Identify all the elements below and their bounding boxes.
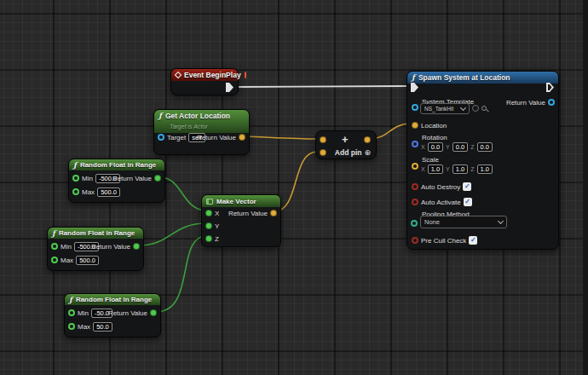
function-icon: ƒ bbox=[412, 73, 415, 82]
auto-activate-row: Auto Activate ✓ bbox=[412, 197, 472, 207]
use-selected-asset-icon[interactable] bbox=[472, 105, 479, 112]
location-pin[interactable] bbox=[412, 122, 418, 129]
return-pin-row: Return Value bbox=[506, 97, 555, 107]
node-add-vector[interactable]: + Add pin ⊕ bbox=[315, 130, 377, 159]
node-header: ƒ Random Float in Range bbox=[69, 159, 164, 170]
scale-z-field[interactable]: 1.0 bbox=[477, 164, 493, 174]
min-pin[interactable] bbox=[68, 309, 75, 316]
browse-asset-icon[interactable] bbox=[481, 106, 487, 111]
max-pin[interactable] bbox=[51, 257, 58, 263]
node-spawn-system-at-location[interactable]: ƒ Spawn System at Location System Templa… bbox=[406, 71, 559, 250]
rotation-y-field[interactable]: 0.0 bbox=[453, 142, 468, 152]
max-pin-row: Max 500.0 bbox=[72, 187, 120, 197]
exec-output-pin[interactable] bbox=[546, 83, 554, 92]
node-title: Random Float in Range bbox=[76, 296, 152, 303]
max-pin-row: Max 50.0 bbox=[68, 321, 112, 332]
wire-randomfloat-a-to-x[interactable] bbox=[160, 177, 206, 211]
node-random-float-b[interactable]: ƒ Random Float in Range Min -500.0 Max 5… bbox=[47, 227, 144, 271]
system-template-dropdown[interactable]: NS_TankHit bbox=[420, 103, 470, 114]
pooling-method-dropdown[interactable]: None bbox=[420, 216, 507, 228]
rotation-label: Rotation bbox=[422, 134, 447, 141]
rotation-x-field[interactable]: 0.0 bbox=[428, 142, 443, 152]
blueprint-graph-canvas[interactable]: Event BeginPlay ƒ Get Actor Location Tar… bbox=[0, 0, 588, 375]
return-value-pin[interactable] bbox=[270, 210, 277, 216]
rotation-values-row: X 0.0 Y 0.0 Z 0.0 bbox=[421, 141, 493, 152]
function-icon: ƒ bbox=[52, 229, 55, 238]
node-random-float-a[interactable]: ƒ Random Float in Range Min -500.0 Max 5… bbox=[68, 159, 165, 203]
min-label: Min bbox=[82, 175, 93, 182]
min-pin[interactable] bbox=[51, 243, 58, 250]
scale-values-row: X 1.0 Y 1.0 Z 1.0 bbox=[421, 164, 493, 174]
wire-randomfloat-c-to-z[interactable] bbox=[156, 236, 206, 312]
rotation-z-field[interactable]: 0.0 bbox=[477, 142, 493, 152]
node-event-beginplay[interactable]: Event BeginPlay bbox=[170, 68, 239, 95]
auto-destroy-checkbox[interactable]: ✓ bbox=[463, 182, 471, 191]
rotation-pin[interactable] bbox=[412, 141, 418, 147]
return-value-label: Return Value bbox=[228, 210, 268, 217]
pre-cull-check-checkbox[interactable]: ✓ bbox=[469, 236, 477, 245]
return-pin-row: Return Value bbox=[197, 132, 245, 142]
max-value-field[interactable]: 500.0 bbox=[97, 188, 120, 197]
max-value-field[interactable]: 500.0 bbox=[76, 256, 99, 265]
z-input-pin[interactable] bbox=[205, 235, 212, 242]
system-template-pin[interactable] bbox=[412, 104, 418, 111]
wire-exec-beginplay-to-spawn[interactable] bbox=[232, 86, 408, 87]
auto-destroy-pin[interactable] bbox=[412, 183, 418, 190]
auto-activate-checkbox[interactable]: ✓ bbox=[464, 198, 472, 206]
return-value-pin[interactable] bbox=[239, 134, 245, 141]
y-input-pin[interactable] bbox=[205, 222, 212, 229]
return-pin-row: Return Value bbox=[228, 208, 277, 218]
node-random-float-c[interactable]: ƒ Random Float in Range Min -50.0 Max 50… bbox=[64, 293, 161, 338]
return-value-pin[interactable] bbox=[150, 309, 157, 316]
node-title: Event BeginPlay bbox=[184, 71, 241, 79]
x-pin-row: X bbox=[205, 208, 219, 218]
scale-label: Scale bbox=[422, 156, 439, 164]
z-pin-row: Z bbox=[205, 234, 219, 244]
node-title: Random Float in Range bbox=[59, 229, 135, 237]
event-diamond-icon bbox=[175, 72, 182, 78]
x-label: X bbox=[215, 210, 219, 217]
y-label: Y bbox=[215, 222, 219, 230]
max-value-field[interactable]: 50.0 bbox=[93, 322, 112, 332]
return-value-pin[interactable] bbox=[133, 243, 140, 250]
return-value-pin[interactable] bbox=[548, 99, 555, 106]
return-value-label: Return Value bbox=[112, 175, 152, 182]
auto-activate-label: Auto Activate bbox=[421, 199, 461, 206]
max-label: Max bbox=[61, 257, 73, 264]
max-pin[interactable] bbox=[68, 323, 75, 330]
node-get-actor-location[interactable]: ƒ Get Actor Location Target is Actor Tar… bbox=[153, 109, 250, 155]
max-pin[interactable] bbox=[72, 188, 79, 195]
add-input-b-pin[interactable] bbox=[320, 149, 326, 156]
exec-input-pin[interactable] bbox=[411, 83, 418, 92]
scale-y-field[interactable]: 1.0 bbox=[453, 164, 468, 174]
target-pin[interactable] bbox=[158, 134, 164, 141]
auto-activate-pin[interactable] bbox=[412, 199, 418, 205]
node-make-vector[interactable]: Make Vector X Y Z Return Value bbox=[201, 194, 281, 247]
y-pin-row: Y bbox=[205, 221, 219, 231]
node-header: ƒ Get Actor Location Target is Actor bbox=[154, 110, 249, 133]
return-pin-row: Return Value bbox=[108, 308, 157, 318]
wire-getactorlocation-to-add[interactable] bbox=[245, 136, 317, 139]
pre-cull-check-pin[interactable] bbox=[412, 237, 418, 244]
pooling-method-picker-row: None bbox=[420, 216, 507, 227]
node-header: ƒ Random Float in Range bbox=[65, 294, 160, 305]
scale-x-field[interactable]: 1.0 bbox=[428, 164, 443, 174]
min-pin[interactable] bbox=[72, 175, 79, 182]
wire-randomfloat-b-to-y[interactable] bbox=[139, 223, 206, 245]
add-input-a-pin[interactable] bbox=[320, 136, 326, 143]
scale-pin[interactable] bbox=[412, 163, 418, 170]
x-input-pin[interactable] bbox=[205, 210, 212, 216]
function-icon: ƒ bbox=[73, 161, 77, 170]
add-pin-button[interactable]: Add pin ⊕ bbox=[335, 148, 371, 157]
pooling-method-pin[interactable] bbox=[411, 220, 418, 227]
exec-output-pin[interactable] bbox=[226, 83, 233, 92]
min-label: Min bbox=[61, 243, 72, 251]
pre-cull-check-label: Pre Cull Check bbox=[421, 237, 466, 245]
return-value-pin[interactable] bbox=[154, 175, 161, 182]
target-label: Target bbox=[167, 134, 186, 141]
node-header: ƒ Random Float in Range bbox=[48, 228, 143, 239]
max-label: Max bbox=[78, 323, 90, 331]
delegate-pin[interactable] bbox=[245, 72, 246, 78]
add-output-pin[interactable] bbox=[364, 136, 371, 143]
add-operator-label: + bbox=[342, 133, 349, 146]
